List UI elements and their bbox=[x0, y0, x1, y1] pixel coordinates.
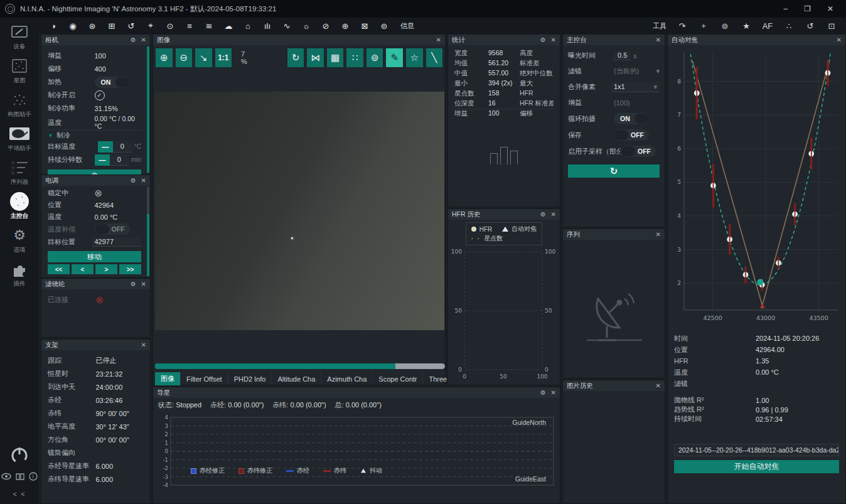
captured-image[interactable] bbox=[155, 92, 444, 330]
sidebar-item-options[interactable]: ⚙ 选项 bbox=[0, 226, 39, 254]
filter-select[interactable]: (当前的) bbox=[614, 67, 639, 76]
info-icon[interactable]: i bbox=[29, 472, 38, 482]
save-toggle[interactable]: OFF bbox=[614, 129, 649, 141]
guider-settings-gear-icon[interactable]: ⚙ bbox=[540, 389, 546, 396]
image-history-close-icon[interactable]: ✕ bbox=[656, 382, 661, 389]
history-icon[interactable]: ↺ bbox=[805, 21, 816, 31]
filterwheel-panel-close-icon[interactable]: ✕ bbox=[141, 281, 146, 287]
filter-wheel-icon[interactable]: ⊛ bbox=[87, 21, 98, 31]
focuser-icon[interactable]: ⊞ bbox=[106, 21, 117, 31]
sidebar-item-flatwizard[interactable]: 平场助手 bbox=[0, 124, 39, 153]
stats-settings-gear-icon[interactable]: ⚙ bbox=[540, 36, 546, 43]
hfr-history-chart[interactable]: 005050100100050100 bbox=[448, 247, 560, 385]
zoom-out-icon[interactable]: ⊖ bbox=[176, 48, 193, 67]
subsample-toggle[interactable]: OFF bbox=[621, 146, 656, 157]
rotator-icon[interactable]: ↺ bbox=[126, 21, 137, 31]
fan-icon[interactable]: ⊜ bbox=[378, 21, 390, 31]
move-button[interactable]: 移动 bbox=[48, 251, 141, 262]
focuser-scrollbar[interactable] bbox=[147, 187, 149, 276]
flat-panel-icon[interactable]: ılı bbox=[262, 21, 273, 31]
zoom-in-icon[interactable]: ⊕ bbox=[156, 48, 173, 67]
info-label[interactable]: 信息 bbox=[400, 21, 414, 31]
star-outline-icon[interactable]: ☆ bbox=[406, 48, 423, 67]
target-position-input[interactable]: 42977 bbox=[92, 237, 142, 247]
close-button[interactable]: ✕ bbox=[827, 4, 833, 13]
step-back-large-button[interactable]: << bbox=[48, 264, 70, 274]
minimize-button[interactable]: – bbox=[783, 4, 788, 13]
tab-image[interactable]: 图像 bbox=[155, 372, 181, 385]
focuser-settings-gear-icon[interactable]: ⚙ bbox=[131, 177, 136, 184]
start-autofocus-button[interactable]: 开始自动对焦 bbox=[674, 460, 839, 473]
guider-panel-close-icon[interactable]: ✕ bbox=[551, 389, 556, 396]
sidebar-item-plugins[interactable]: 插件 bbox=[0, 260, 39, 288]
autofocus-target-icon[interactable]: ⊚ bbox=[719, 21, 731, 31]
heater-toggle[interactable]: ON bbox=[95, 77, 130, 88]
binning-dropdown-arrow[interactable]: ▾ bbox=[653, 83, 657, 91]
tools-label[interactable]: 工具 bbox=[653, 21, 667, 31]
auto-refresh-icon[interactable]: ↻ bbox=[287, 48, 304, 67]
flat-wizard-icon[interactable]: ⊠ bbox=[359, 21, 370, 31]
filterwheel-settings-gear-icon[interactable]: ⚙ bbox=[131, 281, 136, 287]
telescope-icon[interactable]: ⌖ bbox=[145, 21, 156, 31]
weather-icon[interactable]: ☁ bbox=[223, 21, 234, 31]
tab-phd2-info[interactable]: PHD2 Info bbox=[228, 372, 272, 385]
guider-icon[interactable]: ⊙ bbox=[164, 21, 176, 31]
star-detection-icon[interactable]: ∷ bbox=[346, 48, 363, 67]
autofocus-panel-close-icon[interactable]: ✕ bbox=[837, 36, 842, 43]
stats-panel-close-icon[interactable]: ✕ bbox=[551, 36, 556, 43]
filter-dropdown-arrow[interactable]: ▾ bbox=[656, 67, 660, 75]
grid-icon[interactable]: ▦ bbox=[327, 48, 344, 67]
polar-alignment-icon[interactable]: ↷ bbox=[677, 21, 688, 31]
sidebar-item-imaging[interactable]: 主控台 bbox=[0, 192, 39, 220]
star-trail-icon[interactable]: ╲ bbox=[426, 48, 443, 67]
sidebar-item-equipment[interactable]: 设备 bbox=[0, 23, 39, 51]
sidebar-collapse[interactable]: < < bbox=[13, 488, 26, 500]
pixel-cross-icon[interactable]: ＋ bbox=[698, 20, 709, 31]
sequence-panel-close-icon[interactable]: ✕ bbox=[656, 231, 661, 238]
step-forward-button[interactable]: > bbox=[95, 264, 117, 274]
guider-chart[interactable]: GuideNorth GuideEast 赤经修正 赤纬修正 赤经 赤纬 抖动 … bbox=[156, 414, 557, 491]
target-temp-stepper[interactable]: —0°C bbox=[98, 141, 141, 153]
camera-scrollbar[interactable] bbox=[147, 46, 149, 173]
tab-azimuth-chart[interactable]: Azimuth Cha bbox=[321, 372, 373, 385]
dome-icon[interactable]: ⌂ bbox=[242, 21, 254, 31]
temp-comp-toggle[interactable]: OFF bbox=[95, 223, 130, 235]
switch-icon[interactable]: ≡ bbox=[184, 21, 195, 31]
step-back-button[interactable]: < bbox=[72, 264, 94, 274]
star-icon[interactable]: ★ bbox=[741, 21, 752, 31]
imaging-panel-close-icon[interactable]: ✕ bbox=[656, 36, 661, 43]
fit-screen-icon[interactable]: ↘ bbox=[195, 48, 212, 67]
exposure-input[interactable]: 0.5 bbox=[614, 51, 631, 60]
start-capture-button[interactable]: ↻ bbox=[568, 164, 660, 178]
tab-filter-offset[interactable]: Filter Offset bbox=[181, 372, 228, 385]
af-brackets-icon[interactable]: AF bbox=[762, 21, 773, 31]
autofocus-chart[interactable]: 2345678425004300043500 bbox=[668, 45, 845, 330]
equalizer-icon[interactable]: ≋ bbox=[203, 21, 215, 31]
camera-panel-close-icon[interactable]: ✕ bbox=[141, 36, 146, 43]
eye-icon[interactable] bbox=[1, 473, 11, 481]
image-panel-close-icon[interactable]: ✕ bbox=[436, 36, 441, 43]
imaging-gain-input[interactable]: (100) bbox=[614, 99, 660, 107]
star-field-icon[interactable]: ∴ bbox=[783, 21, 795, 31]
cooler-expander-icon[interactable]: ▼ bbox=[48, 132, 53, 139]
cooling-duration-stepper[interactable]: —0min bbox=[95, 154, 141, 166]
bulb-icon[interactable]: ☼ bbox=[301, 21, 312, 31]
safety-monitor-icon[interactable]: ∿ bbox=[281, 21, 292, 31]
tab-altitude-chart[interactable]: Altitude Cha bbox=[272, 372, 321, 385]
hfr-panel-close-icon[interactable]: ✕ bbox=[551, 211, 556, 218]
maximize-button[interactable]: ❒ bbox=[804, 4, 811, 13]
shutter-icon[interactable]: ◉ bbox=[67, 21, 78, 31]
one-to-one-icon[interactable]: 1:1 bbox=[215, 48, 232, 67]
crosshair-icon[interactable]: ⊚ bbox=[367, 48, 383, 67]
sidebar-item-skyatlas[interactable]: 星图 bbox=[0, 56, 39, 85]
manual-icon[interactable] bbox=[15, 473, 25, 482]
hfr-settings-gear-icon[interactable]: ⚙ bbox=[540, 211, 546, 218]
sidebar-item-framing[interactable]: 构图助手 bbox=[0, 90, 39, 119]
loop-toggle[interactable]: ON bbox=[614, 113, 649, 124]
tab-scope-control[interactable]: Scope Contr bbox=[373, 372, 423, 385]
frame-star-icon[interactable]: ⊡ bbox=[826, 21, 837, 31]
af-run-dropdown[interactable]: 2024-11-05--20-20-26--418b9012-aa03-424b… bbox=[674, 444, 839, 456]
plugin-toolbar-icon[interactable]: ⊕ bbox=[340, 21, 351, 31]
sidebar-item-sequencer[interactable]: ☆☆☆ 序列器 bbox=[0, 158, 39, 186]
step-forward-large-button[interactable]: >> bbox=[119, 264, 141, 274]
